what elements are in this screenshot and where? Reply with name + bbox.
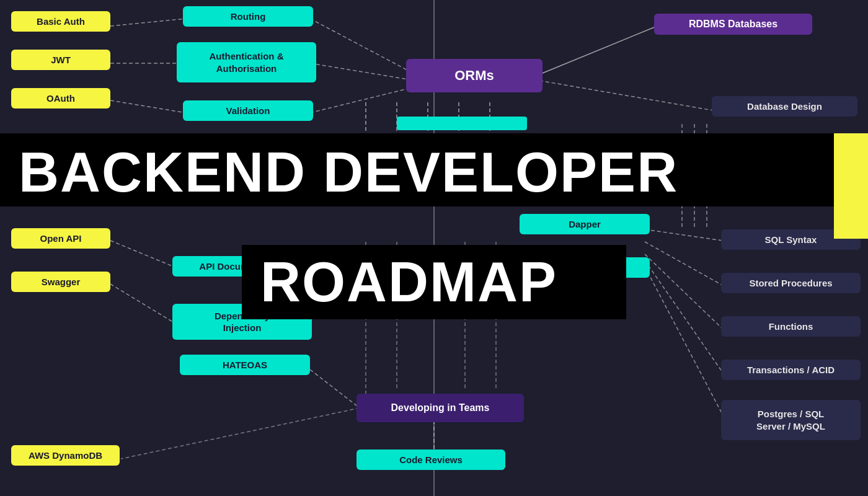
open-api-node: Open API [11, 228, 110, 249]
functions-label: Functions [769, 321, 813, 332]
svg-line-8 [310, 87, 415, 113]
jwt-label: JWT [51, 55, 71, 65]
basic-auth-label: Basic Auth [37, 16, 85, 27]
title-text: BACKEND DEVELOPER [19, 144, 818, 200]
aws-dynamodb-label: AWS DynamoDB [29, 450, 102, 461]
dapper-node: Dapper [520, 214, 650, 234]
svg-line-3 [110, 241, 174, 267]
validation-node: Validation [183, 100, 313, 121]
yellow-accent-bar [834, 133, 868, 239]
routing-label: Routing [231, 11, 266, 22]
sql-syntax-label: SQL Syntax [765, 234, 817, 245]
svg-line-15 [645, 267, 722, 414]
auth-authorisation-node: Authentication &Authorisation [177, 42, 316, 82]
developing-in-teams-node: Developing in Teams [356, 394, 524, 422]
roadmap-overlay: ROADMAP [242, 245, 626, 319]
svg-line-2 [110, 100, 186, 113]
code-reviews-node: Code Reviews [356, 450, 505, 470]
title-overlay: BACKEND DEVELOPER [0, 133, 837, 206]
oauth-label: OAuth [46, 93, 75, 104]
transactions-acid-label: Transactions / ACID [747, 365, 835, 375]
database-design-label: Database Design [747, 101, 822, 112]
svg-line-6 [310, 19, 415, 74]
svg-line-14 [645, 260, 722, 372]
hateoas-node: HATEOAS [180, 355, 310, 375]
svg-line-0 [110, 19, 186, 26]
stored-procedures-label: Stored Procedures [749, 278, 832, 288]
postgres-mysql-node: Postgres / SQLServer / MySQL [721, 400, 861, 440]
orms-label: ORMs [454, 68, 494, 84]
dapper-label: Dapper [569, 219, 601, 229]
rdbms-databases-label: RDBMS Databases [689, 19, 777, 30]
svg-line-9 [539, 26, 657, 74]
svg-line-10 [539, 81, 713, 110]
auth-authorisation-label: Authentication &Authorisation [210, 50, 284, 74]
roadmap-text: ROADMAP [260, 251, 557, 313]
postgres-mysql-label: Postgres / SQLServer / MySQL [756, 408, 825, 432]
functions-node: Functions [721, 316, 861, 337]
basic-auth-node: Basic Auth [11, 11, 110, 32]
oauth-node: OAuth [11, 88, 110, 108]
svg-line-16 [310, 370, 360, 408]
code-reviews-label: Code Reviews [399, 454, 463, 465]
hateoas-label: HATEOAS [223, 360, 267, 370]
developing-in-teams-label: Developing in Teams [391, 402, 490, 414]
center-bar-1 [397, 117, 527, 130]
stored-procedures-node: Stored Procedures [721, 273, 861, 293]
jwt-node: JWT [11, 50, 110, 70]
validation-label: Validation [226, 105, 270, 116]
swagger-node: Swagger [11, 272, 110, 292]
aws-dynamodb-node: AWS DynamoDB [11, 445, 120, 466]
svg-line-7 [310, 63, 415, 81]
svg-line-18 [121, 408, 360, 459]
rdbms-databases-node: RDBMS Databases [654, 14, 812, 35]
svg-line-4 [110, 284, 174, 322]
orms-node: ORMs [406, 59, 542, 92]
svg-line-12 [645, 242, 722, 285]
routing-node: Routing [183, 6, 313, 27]
open-api-label: Open API [40, 233, 82, 244]
transactions-acid-node: Transactions / ACID [721, 360, 861, 380]
database-design-node: Database Design [712, 96, 857, 117]
swagger-label: Swagger [42, 277, 81, 287]
svg-line-13 [645, 254, 722, 329]
svg-line-11 [645, 229, 722, 241]
main-canvas: Basic Auth JWT OAuth Open API Swagger AW… [0, 0, 868, 496]
